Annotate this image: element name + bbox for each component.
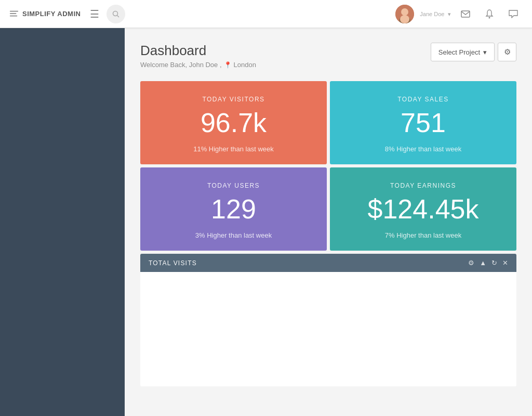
svg-rect-1 bbox=[10, 13, 17, 14]
panel-header-icons: ⚙ ▲ ↻ ✕ bbox=[468, 259, 508, 267]
mail-button[interactable] bbox=[456, 5, 475, 23]
page-header: Dashboard Welcome Back, John Doe , 📍 Lon… bbox=[140, 43, 516, 69]
svg-point-3 bbox=[113, 11, 118, 16]
stat-sub-sales: 8% Higher than last week bbox=[385, 145, 461, 153]
panel-collapse-icon[interactable]: ▲ bbox=[480, 259, 486, 267]
location-pin-icon: 📍 bbox=[224, 61, 232, 69]
stat-card-sales: TODAY SALES 751 8% Higher than last week bbox=[330, 81, 516, 164]
user-menu[interactable]: Jane Doe ▾ bbox=[395, 5, 451, 23]
notifications-button[interactable] bbox=[480, 5, 499, 23]
stat-card-visitors: TODAY VISITORS 96.7k 11% Higher than las… bbox=[140, 81, 327, 164]
svg-rect-2 bbox=[10, 15, 17, 16]
brand-icon bbox=[9, 9, 19, 19]
username-label: Jane Doe ▾ bbox=[418, 10, 451, 18]
gear-icon: ⚙ bbox=[504, 47, 511, 57]
svg-rect-0 bbox=[10, 10, 18, 11]
sidebar bbox=[0, 28, 125, 416]
panel-title: TOTAL VISITS bbox=[149, 259, 197, 267]
panel-header: TOTAL VISITS ⚙ ▲ ↻ ✕ bbox=[140, 254, 516, 272]
stat-label-sales: TODAY SALES bbox=[397, 96, 449, 103]
panel-refresh-icon[interactable]: ↻ bbox=[491, 259, 497, 267]
stat-sub-users: 3% Higher than last week bbox=[195, 231, 272, 239]
page-title: Dashboard bbox=[140, 43, 256, 59]
main-content: Dashboard Welcome Back, John Doe , 📍 Lon… bbox=[125, 28, 532, 416]
stat-value-earnings: $124.45k bbox=[368, 194, 479, 224]
mail-icon bbox=[461, 10, 470, 18]
stat-card-earnings: TODAY EARNINGS $124.45k 7% Higher than l… bbox=[330, 167, 516, 251]
select-project-button[interactable]: Select Project ▾ bbox=[431, 43, 495, 61]
svg-point-8 bbox=[400, 15, 409, 23]
bell-icon bbox=[485, 9, 494, 19]
total-visits-panel: TOTAL VISITS ⚙ ▲ ↻ ✕ bbox=[140, 254, 516, 386]
svg-rect-9 bbox=[461, 11, 470, 17]
stat-sub-visitors: 11% Higher than last week bbox=[193, 145, 274, 153]
subtitle-text: Welcome Back, John Doe , bbox=[140, 61, 222, 69]
brand-logo: Simplify Admin bbox=[9, 9, 81, 19]
avatar bbox=[395, 5, 414, 23]
stat-sub-earnings: 7% Higher than last week bbox=[385, 231, 461, 239]
page-header-actions: Select Project ▾ ⚙ bbox=[431, 43, 516, 61]
panel-body bbox=[140, 272, 516, 386]
search-icon bbox=[112, 10, 119, 18]
avatar-image bbox=[395, 5, 414, 23]
svg-line-4 bbox=[117, 15, 119, 17]
hamburger-icon[interactable]: ☰ bbox=[90, 9, 99, 19]
location-text: London bbox=[234, 61, 256, 69]
search-button[interactable] bbox=[107, 5, 125, 23]
panel-close-icon[interactable]: ✕ bbox=[502, 259, 508, 267]
stat-value-sales: 751 bbox=[401, 108, 446, 138]
panel-gear-icon[interactable]: ⚙ bbox=[468, 259, 474, 267]
brand-label: Simplify Admin bbox=[22, 10, 81, 18]
stat-cards-grid: TODAY VISITORS 96.7k 11% Higher than las… bbox=[140, 81, 516, 251]
stat-label-visitors: TODAY VISITORS bbox=[202, 96, 264, 103]
svg-point-10 bbox=[489, 17, 490, 18]
topnav-right: Jane Doe ▾ bbox=[395, 5, 523, 23]
select-project-caret-icon: ▾ bbox=[483, 48, 487, 56]
stat-label-users: TODAY USERS bbox=[207, 182, 260, 189]
stat-label-earnings: TODAY EARNINGS bbox=[390, 182, 456, 189]
chat-icon bbox=[509, 10, 518, 18]
stat-value-visitors: 96.7k bbox=[201, 108, 267, 138]
page-title-block: Dashboard Welcome Back, John Doe , 📍 Lon… bbox=[140, 43, 256, 69]
page-subtitle: Welcome Back, John Doe , 📍 London bbox=[140, 61, 256, 69]
stat-card-users: TODAY USERS 129 3% Higher than last week bbox=[140, 167, 327, 251]
svg-point-6 bbox=[401, 8, 408, 16]
chat-button[interactable] bbox=[504, 5, 523, 23]
topnav: Simplify Admin ☰ Jane Doe ▾ bbox=[0, 0, 532, 28]
stat-value-users: 129 bbox=[211, 194, 256, 224]
settings-button[interactable]: ⚙ bbox=[498, 43, 516, 61]
